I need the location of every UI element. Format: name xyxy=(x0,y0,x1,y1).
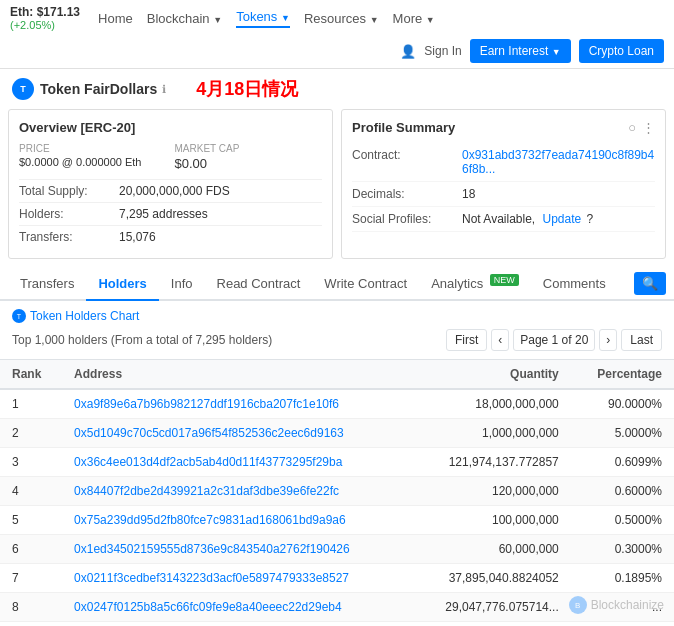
col-quantity: Quantity xyxy=(411,360,571,390)
social-value: Not Available, Update ? xyxy=(462,212,593,226)
analytics-new-badge: NEW xyxy=(490,274,519,286)
update-link[interactable]: Update xyxy=(543,212,582,226)
col-address: Address xyxy=(62,360,411,390)
eth-price: Eth: $171.13 xyxy=(10,5,80,19)
table-row: 7 0x0211f3cedbef3143223d3acf0e5897479333… xyxy=(0,564,674,593)
token-icon: T xyxy=(12,78,34,100)
overview-title: Overview [ERC-20] xyxy=(19,120,322,135)
cell-percentage: 0.1895% xyxy=(571,564,674,593)
tab-search-button[interactable]: 🔍 xyxy=(634,272,666,295)
total-supply-value: 20,000,000,000 FDS xyxy=(119,184,230,198)
question-mark: ? xyxy=(587,212,594,226)
cell-percentage: 0.3000% xyxy=(571,535,674,564)
eth-price-block: Eth: $171.13 (+2.05%) xyxy=(10,5,80,31)
overview-card: Overview [ERC-20] PRICE $0.0000 @ 0.0000… xyxy=(8,109,333,259)
chart-link[interactable]: Token Holders Chart xyxy=(30,309,139,323)
cell-address[interactable]: 0x0211f3cedbef3143223d3acf0e5897479333e8… xyxy=(62,564,411,593)
holders-table: Rank Address Quantity Percentage 1 0xa9f… xyxy=(0,359,674,622)
chinese-date-label: 4月18日情况 xyxy=(196,77,298,101)
social-label: Social Profiles: xyxy=(352,212,462,226)
cell-address[interactable]: 0x36c4ee013d4df2acb5ab4d0d11f43773295f29… xyxy=(62,448,411,477)
cell-rank: 5 xyxy=(0,506,62,535)
total-supply-label: Total Supply: xyxy=(19,184,119,198)
cell-address[interactable]: 0x1ed34502159555d8736e9c843540a2762f1904… xyxy=(62,535,411,564)
tab-transfers[interactable]: Transfers xyxy=(8,268,86,301)
sign-in-link[interactable]: Sign In xyxy=(424,44,461,58)
cell-percentage: 0.6000% xyxy=(571,477,674,506)
tab-info[interactable]: Info xyxy=(159,268,205,301)
market-cap-label: MARKET CAP xyxy=(175,143,323,154)
transfers-label: Transfers: xyxy=(19,230,119,244)
cell-percentage: 5.0000% xyxy=(571,419,674,448)
table-row: 6 0x1ed34502159555d8736e9c843540a2762f19… xyxy=(0,535,674,564)
nav-blockchain[interactable]: Blockchain ▼ xyxy=(147,11,222,26)
cell-percentage: 0.6099% xyxy=(571,448,674,477)
page-info: Page 1 of 20 xyxy=(513,329,595,351)
market-cap-value: $0.00 xyxy=(175,156,323,171)
cell-rank: 1 xyxy=(0,389,62,419)
nav-more[interactable]: More ▼ xyxy=(393,11,435,26)
earn-interest-button[interactable]: Earn Interest ▼ xyxy=(470,39,571,63)
cell-address[interactable]: 0xa9f89e6a7b96b982127ddf1916cba207fc1e10… xyxy=(62,389,411,419)
prev-page-button[interactable]: ‹ xyxy=(491,329,509,351)
cell-rank: 2 xyxy=(0,419,62,448)
table-row: 4 0x84407f2dbe2d439921a2c31daf3dbe39e6fe… xyxy=(0,477,674,506)
cell-rank: 4 xyxy=(0,477,62,506)
token-coin-icon: T xyxy=(12,309,26,323)
tab-write-contract[interactable]: Write Contract xyxy=(312,268,419,301)
cell-address[interactable]: 0x0247f0125b8a5c66fc09fe9e8a40eeec22d29e… xyxy=(62,593,411,622)
profile-menu-icon[interactable]: ⋮ xyxy=(642,120,655,135)
last-page-button[interactable]: Last xyxy=(621,329,662,351)
cell-rank: 3 xyxy=(0,448,62,477)
user-icon: 👤 xyxy=(400,44,416,59)
tab-holders[interactable]: Holders xyxy=(86,268,158,301)
price-label: PRICE xyxy=(19,143,167,154)
cell-quantity: 120,000,000 xyxy=(411,477,571,506)
contract-value[interactable]: 0x931abd3732f7eada74190c8f89b46f8b... xyxy=(462,148,655,176)
cell-rank: 6 xyxy=(0,535,62,564)
holders-value: 7,295 addresses xyxy=(119,207,208,221)
decimals-label: Decimals: xyxy=(352,187,462,201)
first-page-button[interactable]: First xyxy=(446,329,487,351)
cell-quantity: 1,000,000,000 xyxy=(411,419,571,448)
col-percentage: Percentage xyxy=(571,360,674,390)
col-rank: Rank xyxy=(0,360,62,390)
eth-change: (+2.05%) xyxy=(10,19,80,31)
holders-label: Holders: xyxy=(19,207,119,221)
table-row: 3 0x36c4ee013d4df2acb5ab4d0d11f43773295f… xyxy=(0,448,674,477)
contract-label: Contract: xyxy=(352,148,462,162)
cell-address[interactable]: 0x84407f2dbe2d439921a2c31daf3dbe39e6fe22… xyxy=(62,477,411,506)
token-info-icon[interactable]: ℹ xyxy=(162,83,166,96)
cell-quantity: 37,895,040.8824052 xyxy=(411,564,571,593)
next-page-button[interactable]: › xyxy=(599,329,617,351)
decimals-value: 18 xyxy=(462,187,475,201)
tab-comments[interactable]: Comments xyxy=(531,268,618,301)
cell-quantity: 29,047,776.075714... xyxy=(411,593,571,622)
price-value: $0.0000 @ 0.000000 Eth xyxy=(19,156,167,168)
token-name: Token FairDollars xyxy=(40,81,157,97)
tab-read-contract[interactable]: Read Contract xyxy=(205,268,313,301)
cell-percentage: 0.5000% xyxy=(571,506,674,535)
crypto-loan-button[interactable]: Crypto Loan xyxy=(579,39,664,63)
cell-quantity: 121,974,137.772857 xyxy=(411,448,571,477)
tab-analytics[interactable]: Analytics NEW xyxy=(419,267,531,301)
blockchainize-watermark: B Blockchainize xyxy=(569,596,664,614)
transfers-value: 15,076 xyxy=(119,230,156,244)
cell-rank: 7 xyxy=(0,564,62,593)
nav-tokens[interactable]: Tokens ▼ xyxy=(236,9,290,28)
table-row: 2 0x5d1049c70c5cd017a96f54f852536c2eec6d… xyxy=(0,419,674,448)
profile-title: Profile Summary xyxy=(352,120,455,135)
total-holders-text: Top 1,000 holders (From a total of 7,295… xyxy=(12,333,272,347)
cell-rank: 8 xyxy=(0,593,62,622)
profile-card: Profile Summary ○ ⋮ Contract: 0x931abd37… xyxy=(341,109,666,259)
nav-home[interactable]: Home xyxy=(98,11,133,26)
cell-address[interactable]: 0x5d1049c70c5cd017a96f54f852536c2eec6d91… xyxy=(62,419,411,448)
cell-quantity: 100,000,000 xyxy=(411,506,571,535)
cell-quantity: 18,000,000,000 xyxy=(411,389,571,419)
cell-quantity: 60,000,000 xyxy=(411,535,571,564)
nav-resources[interactable]: Resources ▼ xyxy=(304,11,379,26)
table-row: 5 0x75a239dd95d2fb80fce7c9831ad168061bd9… xyxy=(0,506,674,535)
profile-circle-icon[interactable]: ○ xyxy=(628,120,636,135)
cell-address[interactable]: 0x75a239dd95d2fb80fce7c9831ad168061bd9a9… xyxy=(62,506,411,535)
cell-percentage: 90.0000% xyxy=(571,389,674,419)
